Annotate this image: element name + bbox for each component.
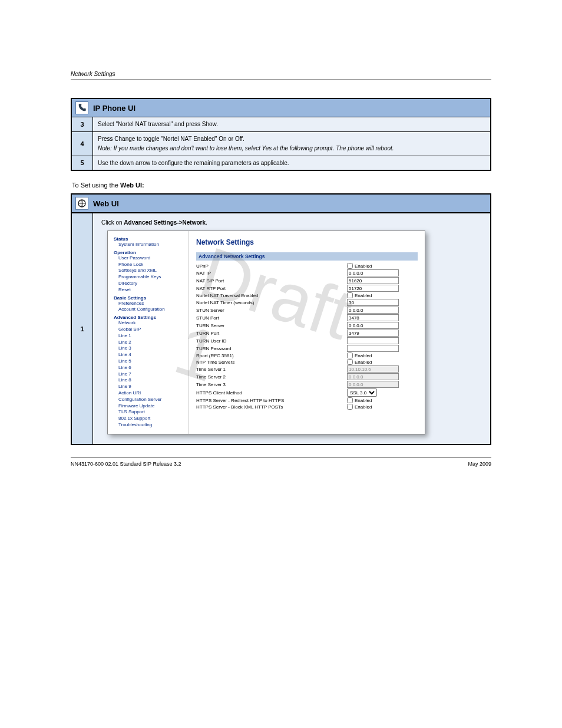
settings-row: TURN Server (196, 322, 418, 329)
settings-select[interactable]: SSL 3.0 (347, 388, 377, 397)
settings-checkbox-label: Enabled (355, 263, 372, 269)
sidebar-item[interactable]: Global SIP (118, 327, 185, 333)
header-rule (71, 80, 491, 80)
sidebar-item[interactable]: Reset (118, 287, 185, 294)
sidebar-item[interactable]: Line 1 (118, 333, 185, 340)
sidebar-item[interactable]: Softkeys and XML (118, 268, 185, 274)
settings-checkbox-label: Enabled (355, 293, 372, 298)
sidebar-item[interactable]: Line 3 (118, 345, 185, 352)
settings-row: TURN User ID (196, 337, 418, 344)
settings-checkbox[interactable] (347, 353, 353, 358)
settings-row: NTP Time ServersEnabled (196, 359, 418, 365)
settings-label: UPnP (196, 263, 347, 269)
sidebar-item[interactable]: Line 2 (118, 340, 185, 346)
phone-step-number: 5 (72, 156, 93, 170)
settings-row: NAT SIP Port (196, 277, 418, 284)
settings-checkbox-wrap[interactable]: Enabled (347, 397, 372, 403)
settings-label: Time Server 3 (196, 382, 347, 387)
settings-label: Time Server 1 (196, 367, 347, 372)
settings-input[interactable] (347, 285, 399, 292)
network-settings-screenshot: Draft 1 StatusSystem InformationOperatio… (107, 230, 425, 434)
settings-main: Network Settings Advanced Network Settin… (189, 231, 425, 434)
sidebar-item[interactable]: Action URI (118, 390, 185, 397)
web-ui-panel: Web UI 1 Click on Advanced Settings->Net… (71, 193, 491, 445)
settings-input (347, 365, 399, 373)
sidebar-item[interactable]: Programmable Keys (118, 274, 185, 281)
settings-input[interactable] (347, 345, 399, 352)
phone-step-number: 4 (72, 132, 93, 156)
settings-label: TURN Server (196, 323, 347, 328)
settings-label: HTTPS Server - Block XML HTTP POSTs (196, 404, 347, 410)
settings-label: NTP Time Servers (196, 360, 347, 365)
settings-label: Rport (RFC 3581) (196, 353, 347, 358)
sidebar-item[interactable]: Phone Lock (118, 262, 185, 268)
settings-checkbox-wrap[interactable]: Enabled (347, 292, 372, 298)
phone-step-body: Select "Nortel NAT traversal" and press … (93, 117, 490, 131)
settings-row: TURN Password (196, 345, 418, 352)
section-label-strong: Web UI: (120, 182, 144, 189)
sidebar-item[interactable]: Firmware Update (118, 403, 185, 410)
settings-input[interactable] (347, 330, 399, 337)
web-ui-panel-header: Web UI (72, 195, 490, 213)
settings-checkbox-wrap[interactable]: Enabled (347, 263, 372, 269)
sidebar-item[interactable]: Troubleshooting (118, 422, 185, 429)
sidebar-group-header: Advanced Settings (114, 315, 185, 320)
sidebar-item[interactable]: Preferences (118, 301, 185, 307)
settings-label: Time Server 2 (196, 374, 347, 380)
settings-row: STUN Port (196, 314, 418, 321)
phone-step-number: 3 (72, 117, 93, 131)
settings-row: STUN Server (196, 307, 418, 314)
settings-row: Time Server 2 (196, 373, 418, 380)
sidebar-item[interactable]: Line 8 (118, 377, 185, 384)
settings-input (347, 373, 399, 380)
settings-checkbox-wrap[interactable]: Enabled (347, 353, 372, 358)
settings-checkbox[interactable] (347, 292, 353, 298)
sidebar-item[interactable]: Configuration Server (118, 397, 185, 403)
sidebar-item[interactable]: System Information (118, 242, 185, 248)
settings-checkbox-wrap[interactable]: Enabled (347, 359, 372, 365)
settings-checkbox[interactable] (347, 397, 353, 403)
settings-input[interactable] (347, 277, 399, 284)
settings-input[interactable] (347, 269, 399, 276)
settings-input[interactable] (347, 299, 399, 306)
settings-row: HTTPS Server - Redirect HTTP to HTTPSEna… (196, 397, 418, 403)
settings-row: Rport (RFC 3581)Enabled (196, 353, 418, 358)
sidebar-item[interactable]: 802.1x Support (118, 416, 185, 422)
settings-label: STUN Port (196, 315, 347, 321)
settings-checkbox-wrap[interactable]: Enabled (347, 404, 372, 410)
settings-checkbox[interactable] (347, 263, 353, 269)
web-step-body: Click on Advanced Settings->Network. Dra… (93, 213, 490, 444)
settings-checkbox[interactable] (347, 359, 353, 365)
settings-input[interactable] (347, 337, 399, 344)
settings-label: HTTPS Server - Redirect HTTP to HTTPS (196, 398, 347, 403)
settings-row: Time Server 3 (196, 381, 418, 388)
settings-checkbox-label: Enabled (355, 404, 372, 410)
web-step-number: 1 (72, 213, 93, 444)
sidebar-item[interactable]: TLS Support (118, 409, 185, 416)
sidebar-item[interactable]: Line 9 (118, 384, 185, 390)
settings-row: UPnPEnabled (196, 263, 418, 269)
settings-row: NAT IP (196, 269, 418, 276)
settings-input[interactable] (347, 314, 399, 321)
settings-label: TURN User ID (196, 338, 347, 344)
sidebar-item[interactable]: Line 6 (118, 365, 185, 371)
settings-section-title: Advanced Network Settings (196, 252, 418, 261)
sidebar-item[interactable]: Line 4 (118, 352, 185, 358)
web-step-link: Advanced Settings->Network (124, 219, 206, 226)
sidebar-item[interactable]: User Password (118, 255, 185, 262)
settings-checkbox-label: Enabled (355, 360, 372, 365)
sidebar-item[interactable]: Line 5 (118, 358, 185, 365)
footer-rule (71, 457, 491, 457)
settings-label: HTTPS Client Method (196, 390, 347, 396)
phone-step-body: Press Change to toggle "Nortel NAT Enabl… (93, 132, 490, 156)
sidebar-item[interactable]: Account Configuration (118, 307, 185, 313)
settings-input[interactable] (347, 322, 399, 329)
page-footer: NN43170-600 02.01 Standard SIP Release 3… (71, 461, 491, 467)
sidebar-item[interactable]: Network (118, 320, 185, 327)
settings-input[interactable] (347, 307, 399, 314)
settings-row: Nortel NAT Traversal EnabledEnabled (196, 292, 418, 298)
globe-icon (75, 197, 88, 210)
settings-checkbox[interactable] (347, 404, 353, 410)
sidebar-item[interactable]: Directory (118, 281, 185, 287)
sidebar-item[interactable]: Line 7 (118, 371, 185, 378)
